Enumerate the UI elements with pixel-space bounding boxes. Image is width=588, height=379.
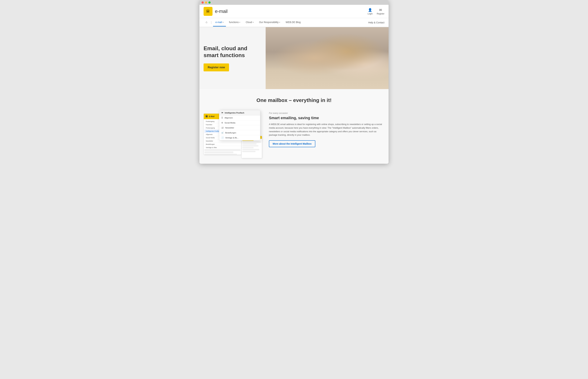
close-button[interactable] bbox=[201, 1, 204, 4]
popup-item-newsletter[interactable]: 📰 Newsletter bbox=[219, 125, 260, 130]
popup-header-label: Intelligentes Postfach bbox=[225, 112, 244, 114]
email-preview-row-2 bbox=[242, 143, 257, 145]
register-now-button[interactable]: Register now bbox=[203, 63, 229, 71]
mailbox-row-1 bbox=[204, 149, 241, 151]
top-bar: 🏛 e-mail 👤 Login ✉ Register bbox=[200, 5, 388, 18]
nav-email-chevron: ▾ bbox=[223, 21, 223, 23]
mailbox-illustration: 🏛 E-Mail E-Mail schreiben Posteingang Fa… bbox=[203, 110, 262, 158]
popup-item-contracts-label: Verträge & Ab... bbox=[225, 137, 238, 139]
hero-title: Email, cloud and smart functions bbox=[203, 45, 259, 59]
email-preview-row-1 bbox=[242, 141, 261, 143]
email-preview-row-3 bbox=[242, 145, 258, 146]
hero-section: Email, cloud and smart functions Registe… bbox=[200, 27, 388, 89]
orders-icon: 🛒 bbox=[221, 132, 224, 134]
newsletter-icon: 📰 bbox=[221, 126, 224, 129]
email-preview-row-6 bbox=[242, 151, 255, 152]
popup-chevron-icon: ≫ bbox=[221, 111, 223, 114]
maximize-button[interactable] bbox=[208, 1, 211, 4]
nav-responsibility-label: Our Responsibility bbox=[259, 21, 279, 24]
email-preview-row-5 bbox=[242, 149, 259, 150]
nav-bar: ⌂ | e-mail ▾ functions ▾ Cloud ▾ Our Res… bbox=[200, 18, 388, 27]
sidebar-contracts: Verträge & Alles bbox=[204, 146, 241, 149]
hero-family-art bbox=[266, 27, 388, 89]
nav-item-blog[interactable]: WEB.DE Blog bbox=[283, 18, 303, 27]
register-label: Register bbox=[377, 13, 385, 15]
social-icon: ⚙ bbox=[221, 122, 223, 124]
popup-item-social-label: Social Media bbox=[225, 122, 235, 124]
popup-item-general-label: Allgemein bbox=[225, 117, 233, 119]
mailbox-main-label: E-Mail bbox=[209, 115, 214, 117]
section-title: One mailbox – everything in it! bbox=[203, 97, 385, 103]
contracts-icon: 📄 bbox=[221, 137, 224, 139]
popup-item-newsletter-label: Newsletter bbox=[225, 127, 234, 129]
nav-functions-label: functions bbox=[229, 21, 239, 24]
logo-icon[interactable]: 🏛 bbox=[203, 7, 213, 16]
nav-item-email[interactable]: e-mail ▾ bbox=[213, 18, 226, 27]
popup-item-orders-label: Bestellungen bbox=[225, 132, 236, 134]
feature-description: A WEB.DE email address is ideal for regi… bbox=[269, 123, 385, 137]
register-icon: ✉ bbox=[379, 8, 382, 12]
nav-responsibility-chevron: ▾ bbox=[279, 21, 280, 23]
hero-content: Email, cloud and smart functions Registe… bbox=[203, 45, 259, 71]
popup-item-general[interactable]: ☰ Allgemein bbox=[219, 115, 260, 120]
more-link-button[interactable]: More about the Intelligent Mailbox bbox=[269, 140, 315, 147]
mailbox-row-3 bbox=[204, 154, 237, 155]
login-icon: 👤 bbox=[368, 8, 372, 12]
nav-divider: | bbox=[211, 21, 212, 24]
minimize-button[interactable] bbox=[205, 1, 207, 4]
nav-item-functions[interactable]: functions ▾ bbox=[227, 18, 243, 27]
mailbox-logo-icon: 🏛 bbox=[205, 115, 208, 118]
hero-family-image bbox=[266, 27, 388, 89]
email-preview-row-4 bbox=[242, 147, 254, 148]
login-action[interactable]: 👤 Login bbox=[368, 8, 372, 15]
mailbox-section: One mailbox – everything in it! 🏛 E-Mail… bbox=[200, 89, 388, 164]
nav-cloud-chevron: ▾ bbox=[253, 21, 254, 23]
section-right: For every occasion Smart emailing, savin… bbox=[269, 110, 385, 147]
nav-email-label: e-mail bbox=[216, 21, 222, 24]
popup-item-contracts[interactable]: 📄 Verträge & Ab... bbox=[219, 135, 260, 140]
mailbox-popup: ≫ Intelligentes Postfach ☰ Allgemein ⚙ S… bbox=[219, 110, 260, 141]
register-action[interactable]: ✉ Register bbox=[377, 8, 385, 15]
sidebar-orders: Bestellungen bbox=[204, 143, 241, 146]
nav-help-contact[interactable]: Help & Contact bbox=[368, 19, 385, 26]
site-title: e-mail bbox=[215, 9, 228, 14]
occasion-label: For every occasion bbox=[269, 112, 385, 114]
nav-blog-label: WEB.DE Blog bbox=[286, 21, 301, 24]
general-icon: ☰ bbox=[221, 117, 223, 119]
content-area: 🏛 e-mail 👤 Login ✉ Register ⌂ | bbox=[200, 5, 388, 164]
browser-window: 🏛 e-mail 👤 Login ✉ Register ⌂ | bbox=[200, 0, 388, 164]
nav-left: ⌂ | e-mail ▾ functions ▾ Cloud ▾ Our Res… bbox=[203, 18, 303, 27]
popup-header: ≫ Intelligentes Postfach bbox=[219, 110, 260, 115]
nav-home-button[interactable]: ⌂ bbox=[203, 18, 209, 27]
nav-cloud-label: Cloud bbox=[246, 21, 252, 24]
logo-area: 🏛 e-mail bbox=[203, 7, 228, 16]
mac-window-chrome bbox=[200, 0, 388, 5]
nav-item-responsibility[interactable]: Our Responsibility ▾ bbox=[257, 18, 283, 27]
mailbox-row-2 bbox=[204, 152, 233, 153]
email-preview-rows bbox=[242, 139, 262, 153]
popup-item-orders[interactable]: 🛒 Bestellungen bbox=[219, 130, 260, 135]
nav-functions-chevron: ▾ bbox=[239, 21, 240, 23]
feature-title: Smart emailing, saving time bbox=[269, 116, 385, 120]
nav-item-cloud[interactable]: Cloud ▾ bbox=[243, 18, 256, 27]
top-bar-right: 👤 Login ✉ Register bbox=[368, 8, 385, 15]
login-label: Login bbox=[368, 13, 372, 15]
section-content: 🏛 E-Mail E-Mail schreiben Posteingang Fa… bbox=[203, 110, 385, 158]
popup-item-social[interactable]: ⚙ Social Media bbox=[219, 120, 260, 125]
